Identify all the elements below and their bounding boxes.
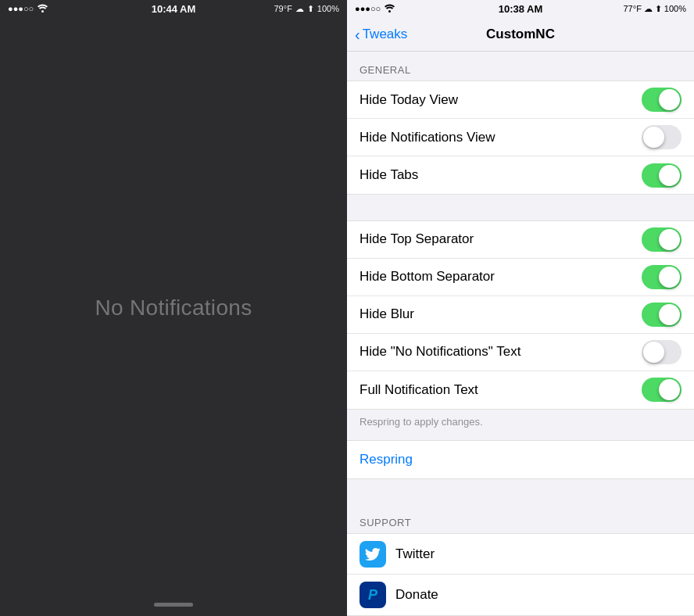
twitter-icon	[360, 541, 386, 568]
svg-point-0	[41, 10, 44, 13]
hide-top-separator-row: Hide Top Separator	[347, 221, 694, 259]
left-status-bar: ●●●○○ 10:44 AM 79°F ☁ ⬆ 100%	[0, 0, 347, 17]
section-gap-1	[347, 195, 694, 220]
toggle-knob	[659, 379, 680, 400]
support-group: Twitter P Donate	[347, 533, 694, 616]
hide-tabs-label: Hide Tabs	[360, 167, 418, 183]
hide-today-view-label: Hide Today View	[360, 92, 458, 108]
hide-bottom-separator-toggle[interactable]	[642, 265, 681, 289]
left-panel: ●●●○○ 10:44 AM 79°F ☁ ⬆ 100% No Notifica…	[0, 0, 347, 616]
toggle-knob	[643, 127, 664, 148]
hide-top-separator-label: Hide Top Separator	[360, 231, 474, 247]
hide-blur-label: Hide Blur	[360, 306, 414, 322]
back-chevron-icon: ‹	[355, 27, 360, 42]
hide-notifications-view-label: Hide Notifications View	[360, 130, 495, 145]
left-temp: 79°F	[274, 4, 292, 13]
back-label[interactable]: Tweaks	[363, 27, 408, 42]
left-time: 10:44 AM	[152, 3, 196, 15]
donate-label: Donate	[395, 587, 438, 603]
home-indicator	[154, 603, 193, 607]
hide-bottom-separator-label: Hide Bottom Separator	[360, 269, 495, 285]
paypal-icon: P	[360, 582, 386, 608]
respring-group: Respring	[347, 440, 694, 479]
right-signal: ●●●○○	[355, 4, 381, 13]
toggle-knob	[659, 267, 680, 288]
right-status-bar: ●●●○○ 10:38 AM 77°F ☁ ⬆ 100%	[347, 0, 694, 17]
hide-blur-toggle[interactable]	[642, 303, 681, 327]
hide-no-notifications-label: Hide "No Notifications" Text	[360, 344, 520, 360]
toggle-knob	[659, 229, 680, 250]
right-status-right: 77°F ☁ ⬆ 100%	[624, 4, 687, 14]
twitter-label: Twitter	[395, 546, 435, 562]
hide-tabs-row: Hide Tabs	[347, 156, 694, 194]
hide-top-separator-toggle[interactable]	[642, 227, 681, 252]
hide-blur-row: Hide Blur	[347, 296, 694, 334]
hide-notifications-view-toggle[interactable]	[642, 125, 681, 149]
no-notifications-text: No Notifications	[95, 295, 252, 321]
left-status-right: 79°F ☁ ⬆ 100%	[274, 4, 340, 14]
donate-row[interactable]: P Donate	[347, 575, 694, 615]
hide-tabs-toggle[interactable]	[642, 163, 681, 188]
hide-notifications-view-row: Hide Notifications View	[347, 119, 694, 156]
toggle-knob	[643, 342, 664, 363]
respring-label[interactable]: Respring	[360, 452, 413, 467]
left-weather: ☁	[295, 4, 304, 14]
nav-title: CustomNC	[486, 27, 555, 42]
hide-no-notifications-row: Hide "No Notifications" Text	[347, 334, 694, 371]
toggle-knob	[659, 165, 680, 186]
left-wifi	[37, 4, 48, 14]
hide-today-view-toggle[interactable]	[642, 88, 681, 112]
general-settings-group: Hide Today View Hide Notifications View …	[347, 81, 694, 195]
right-wifi-icon	[384, 4, 395, 14]
right-time: 10:38 AM	[499, 3, 543, 15]
left-location: ⬆	[307, 4, 314, 14]
right-battery: 100%	[664, 4, 686, 13]
full-notification-text-row: Full Notification Text	[347, 371, 694, 409]
twitter-row[interactable]: Twitter	[347, 534, 694, 575]
support-section-header: SUPPORT	[347, 504, 694, 533]
right-weather: ☁	[644, 4, 653, 14]
full-notification-text-label: Full Notification Text	[360, 382, 478, 398]
full-notification-text-toggle[interactable]	[642, 378, 681, 402]
toggle-knob	[659, 304, 680, 325]
left-battery: 100%	[317, 4, 339, 13]
svg-point-1	[388, 10, 391, 13]
right-location: ⬆	[655, 4, 662, 14]
nav-bar: ‹ Tweaks CustomNC	[347, 17, 694, 52]
general-section-header: GENERAL	[347, 52, 694, 81]
right-temp: 77°F	[624, 4, 642, 13]
right-panel: ●●●○○ 10:38 AM 77°F ☁ ⬆ 100% ‹ Tweaks Cu…	[347, 0, 694, 616]
respring-footnote: Respring to apply changes.	[347, 410, 694, 440]
back-button[interactable]: ‹ Tweaks	[355, 27, 407, 42]
section-gap-2	[347, 479, 694, 505]
hide-no-notifications-toggle[interactable]	[642, 340, 681, 364]
hide-today-view-row: Hide Today View	[347, 81, 694, 119]
left-signal: ●●●○○	[8, 4, 34, 13]
respring-row[interactable]: Respring	[347, 441, 694, 478]
toggle-knob	[659, 89, 680, 110]
hide-bottom-separator-row: Hide Bottom Separator	[347, 259, 694, 296]
separators-settings-group: Hide Top Separator Hide Bottom Separator…	[347, 220, 694, 410]
